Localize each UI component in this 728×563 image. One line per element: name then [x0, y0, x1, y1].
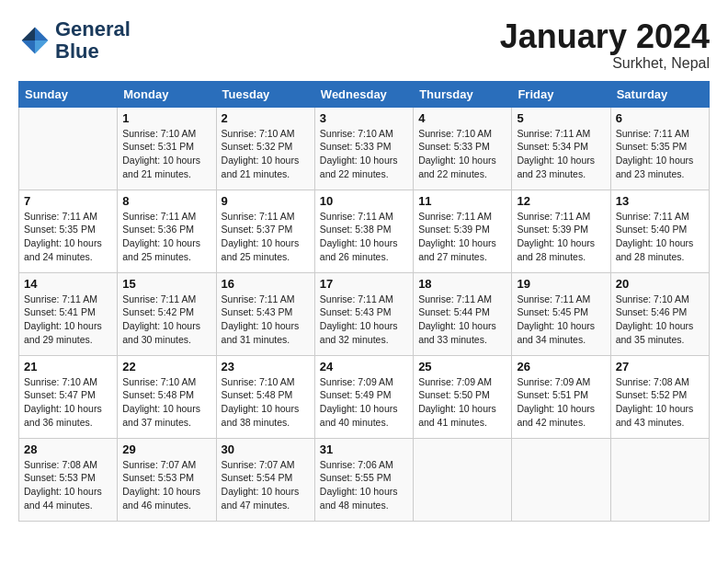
- week-row-1: 1Sunrise: 7:10 AMSunset: 5:31 PMDaylight…: [19, 107, 710, 190]
- weekday-header-thursday: Thursday: [414, 81, 512, 107]
- day-number: 10: [320, 194, 408, 208]
- day-number: 19: [517, 277, 605, 291]
- day-number: 21: [24, 360, 112, 373]
- day-number: 31: [320, 442, 408, 456]
- day-number: 6: [616, 111, 704, 125]
- calendar-cell: 26Sunrise: 7:09 AMSunset: 5:51 PMDayligh…: [512, 355, 610, 438]
- day-number: 28: [24, 442, 112, 456]
- calendar-cell: 4Sunrise: 7:10 AMSunset: 5:33 PMDaylight…: [414, 107, 512, 190]
- day-number: 23: [222, 360, 310, 373]
- day-info: Sunrise: 7:10 AMSunset: 5:46 PMDaylight:…: [616, 293, 704, 347]
- day-number: 17: [320, 277, 408, 291]
- calendar-cell: 13Sunrise: 7:11 AMSunset: 5:40 PMDayligh…: [610, 190, 709, 272]
- day-info: Sunrise: 7:10 AMSunset: 5:48 PMDaylight:…: [222, 375, 310, 430]
- day-info: Sunrise: 7:11 AMSunset: 5:45 PMDaylight:…: [517, 293, 605, 347]
- day-info: Sunrise: 7:10 AMSunset: 5:31 PMDaylight:…: [122, 127, 210, 181]
- calendar-cell: 11Sunrise: 7:11 AMSunset: 5:39 PMDayligh…: [414, 190, 512, 272]
- location-subtitle: Surkhet, Nepal: [500, 55, 710, 72]
- day-number: 7: [24, 194, 112, 208]
- day-info: Sunrise: 7:11 AMSunset: 5:39 PMDaylight:…: [418, 210, 506, 264]
- calendar-cell: 10Sunrise: 7:11 AMSunset: 5:38 PMDayligh…: [314, 190, 413, 272]
- day-info: Sunrise: 7:09 AMSunset: 5:51 PMDaylight:…: [517, 375, 605, 430]
- day-info: Sunrise: 7:11 AMSunset: 5:34 PMDaylight:…: [517, 127, 605, 181]
- day-info: Sunrise: 7:11 AMSunset: 5:38 PMDaylight:…: [320, 210, 408, 264]
- week-row-4: 21Sunrise: 7:10 AMSunset: 5:47 PMDayligh…: [19, 355, 710, 438]
- day-info: Sunrise: 7:09 AMSunset: 5:50 PMDaylight:…: [418, 375, 506, 430]
- calendar-cell: 27Sunrise: 7:08 AMSunset: 5:52 PMDayligh…: [610, 355, 709, 438]
- svg-marker-3: [22, 40, 35, 53]
- day-info: Sunrise: 7:11 AMSunset: 5:43 PMDaylight:…: [222, 293, 310, 347]
- day-info: Sunrise: 7:11 AMSunset: 5:35 PMDaylight:…: [24, 210, 112, 264]
- day-info: Sunrise: 7:10 AMSunset: 5:47 PMDaylight:…: [24, 375, 112, 430]
- weekday-header-friday: Friday: [512, 81, 610, 107]
- calendar-cell: 7Sunrise: 7:11 AMSunset: 5:35 PMDaylight…: [19, 190, 118, 272]
- day-number: 5: [517, 111, 605, 125]
- day-number: 25: [418, 360, 506, 373]
- calendar-header: SundayMondayTuesdayWednesdayThursdayFrid…: [19, 81, 710, 107]
- calendar-cell: 22Sunrise: 7:10 AMSunset: 5:48 PMDayligh…: [118, 355, 216, 438]
- calendar-cell: 30Sunrise: 7:07 AMSunset: 5:54 PMDayligh…: [216, 438, 314, 521]
- day-number: 15: [122, 277, 210, 291]
- calendar-cell: 17Sunrise: 7:11 AMSunset: 5:43 PMDayligh…: [314, 272, 413, 355]
- logo-text: General Blue: [55, 18, 131, 63]
- day-info: Sunrise: 7:11 AMSunset: 5:35 PMDaylight:…: [616, 127, 704, 181]
- calendar-cell: [19, 107, 118, 190]
- calendar-cell: 3Sunrise: 7:10 AMSunset: 5:33 PMDaylight…: [314, 107, 413, 190]
- day-number: 26: [517, 360, 605, 373]
- day-info: Sunrise: 7:11 AMSunset: 5:44 PMDaylight:…: [418, 293, 506, 347]
- day-number: 22: [122, 360, 210, 373]
- weekday-header-monday: Monday: [118, 81, 216, 107]
- calendar-cell: 24Sunrise: 7:09 AMSunset: 5:49 PMDayligh…: [314, 355, 413, 438]
- day-number: 8: [122, 194, 210, 208]
- week-row-5: 28Sunrise: 7:08 AMSunset: 5:53 PMDayligh…: [19, 438, 710, 521]
- calendar-cell: 19Sunrise: 7:11 AMSunset: 5:45 PMDayligh…: [512, 272, 610, 355]
- week-row-3: 14Sunrise: 7:11 AMSunset: 5:41 PMDayligh…: [19, 272, 710, 355]
- calendar-cell: 1Sunrise: 7:10 AMSunset: 5:31 PMDaylight…: [118, 107, 216, 190]
- week-row-2: 7Sunrise: 7:11 AMSunset: 5:35 PMDaylight…: [19, 190, 710, 272]
- day-info: Sunrise: 7:10 AMSunset: 5:33 PMDaylight:…: [320, 127, 408, 181]
- day-info: Sunrise: 7:09 AMSunset: 5:49 PMDaylight:…: [320, 375, 408, 430]
- day-info: Sunrise: 7:07 AMSunset: 5:53 PMDaylight:…: [122, 458, 210, 512]
- day-info: Sunrise: 7:11 AMSunset: 5:41 PMDaylight:…: [24, 293, 112, 347]
- calendar-cell: 15Sunrise: 7:11 AMSunset: 5:42 PMDayligh…: [118, 272, 216, 355]
- day-info: Sunrise: 7:08 AMSunset: 5:53 PMDaylight:…: [24, 458, 112, 512]
- day-number: 29: [122, 442, 210, 456]
- page-header: General Blue January 2024 Surkhet, Nepal: [18, 18, 710, 72]
- title-block: January 2024 Surkhet, Nepal: [500, 18, 710, 72]
- day-info: Sunrise: 7:11 AMSunset: 5:36 PMDaylight:…: [122, 210, 210, 264]
- calendar-cell: 28Sunrise: 7:08 AMSunset: 5:53 PMDayligh…: [19, 438, 118, 521]
- calendar-cell: 25Sunrise: 7:09 AMSunset: 5:50 PMDayligh…: [414, 355, 512, 438]
- month-title: January 2024: [500, 18, 710, 55]
- calendar-cell: 2Sunrise: 7:10 AMSunset: 5:32 PMDaylight…: [216, 107, 314, 190]
- calendar-cell: 8Sunrise: 7:11 AMSunset: 5:36 PMDaylight…: [118, 190, 216, 272]
- calendar-table: SundayMondayTuesdayWednesdayThursdayFrid…: [18, 81, 710, 522]
- day-number: 20: [616, 277, 704, 291]
- calendar-cell: [610, 438, 709, 521]
- calendar-cell: 21Sunrise: 7:10 AMSunset: 5:47 PMDayligh…: [19, 355, 118, 438]
- calendar-cell: 5Sunrise: 7:11 AMSunset: 5:34 PMDaylight…: [512, 107, 610, 190]
- day-number: 11: [418, 194, 506, 208]
- calendar-body: 1Sunrise: 7:10 AMSunset: 5:31 PMDaylight…: [19, 107, 710, 521]
- day-info: Sunrise: 7:11 AMSunset: 5:40 PMDaylight:…: [616, 210, 704, 264]
- day-number: 12: [517, 194, 605, 208]
- svg-marker-1: [22, 28, 35, 40]
- logo: General Blue: [18, 18, 131, 63]
- day-number: 9: [222, 194, 310, 208]
- weekday-header-saturday: Saturday: [610, 81, 709, 107]
- day-number: 2: [222, 111, 310, 125]
- calendar-cell: 31Sunrise: 7:06 AMSunset: 5:55 PMDayligh…: [314, 438, 413, 521]
- day-number: 24: [320, 360, 408, 373]
- weekday-row: SundayMondayTuesdayWednesdayThursdayFrid…: [19, 81, 710, 107]
- day-info: Sunrise: 7:10 AMSunset: 5:32 PMDaylight:…: [222, 127, 310, 181]
- weekday-header-wednesday: Wednesday: [314, 81, 413, 107]
- calendar-cell: 12Sunrise: 7:11 AMSunset: 5:39 PMDayligh…: [512, 190, 610, 272]
- calendar-cell: 18Sunrise: 7:11 AMSunset: 5:44 PMDayligh…: [414, 272, 512, 355]
- svg-marker-0: [35, 28, 48, 40]
- calendar-cell: 6Sunrise: 7:11 AMSunset: 5:35 PMDaylight…: [610, 107, 709, 190]
- day-info: Sunrise: 7:08 AMSunset: 5:52 PMDaylight:…: [616, 375, 704, 430]
- day-info: Sunrise: 7:10 AMSunset: 5:48 PMDaylight:…: [122, 375, 210, 430]
- day-info: Sunrise: 7:06 AMSunset: 5:55 PMDaylight:…: [320, 458, 408, 512]
- calendar-cell: 20Sunrise: 7:10 AMSunset: 5:46 PMDayligh…: [610, 272, 709, 355]
- day-number: 30: [222, 442, 310, 456]
- day-number: 3: [320, 111, 408, 125]
